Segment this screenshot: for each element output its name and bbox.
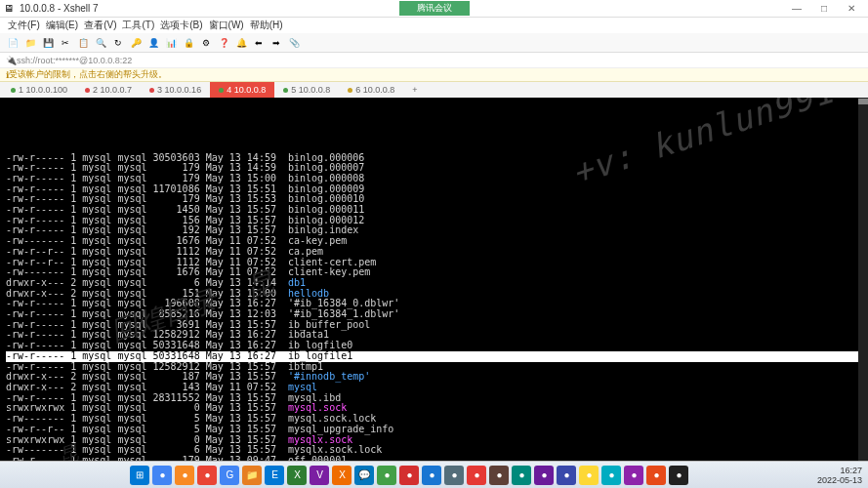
toolbar-button[interactable]: 📁 — [23, 36, 37, 50]
taskbar-app-icon[interactable]: ● — [152, 466, 172, 485]
taskbar-app-icon[interactable]: ● — [197, 466, 217, 485]
taskbar-app-icon[interactable]: ⊞ — [130, 466, 149, 485]
toolbar-button[interactable]: 📎 — [287, 36, 301, 50]
taskbar-app-icon[interactable]: X — [287, 466, 307, 485]
toolbar-button[interactable]: 🔑 — [129, 36, 143, 50]
app-icon: 🖥 — [4, 3, 16, 15]
status-dot-icon — [219, 88, 224, 93]
new-tab-button[interactable]: + — [403, 82, 426, 98]
window-controls: — □ ✕ — [784, 2, 864, 16]
status-dot-icon — [348, 88, 352, 93]
taskbar-app-icon[interactable]: V — [310, 466, 329, 485]
address-text: ssh://root:*******@10.0.0.8:22 — [17, 56, 132, 65]
taskbar-app-icon[interactable]: E — [265, 466, 284, 485]
close-button[interactable]: ✕ — [839, 2, 864, 16]
taskbar-app-icon[interactable]: ● — [399, 466, 419, 485]
taskbar-app-icon[interactable]: ● — [624, 466, 643, 485]
taskbar-clock[interactable]: 16:27 2022-05-13 — [817, 466, 862, 485]
taskbar-app-icon[interactable]: ● — [467, 466, 486, 485]
file-row[interactable]: -rw-r--r-- 1 mysql mysql 1112 May 11 07:… — [6, 247, 862, 258]
status-dot-icon — [11, 88, 16, 93]
windows-taskbar: ⊞●●●G📁EXVX💬●●●●●●●●●●●●●● 16:27 2022-05-… — [0, 461, 868, 488]
toolbar-button[interactable]: 📄 — [6, 36, 20, 50]
hint-bar[interactable]: ℹ 受该帐户的限制，点击右侧的帮头升级。 — [0, 68, 868, 82]
taskbar-app-icon[interactable]: ● — [557, 466, 576, 485]
session-tab[interactable]: 4 10.0.0.8 — [210, 82, 274, 98]
toolbar: 📄📁💾✂📋🔍↻🔑👤📊🔒⚙❓🔔⬅➡📎 — [0, 33, 868, 53]
toolbar-button[interactable]: ↻ — [111, 36, 125, 50]
menu-item[interactable]: 窗口(W) — [207, 19, 246, 32]
clock-time: 16:27 — [817, 466, 862, 475]
toolbar-button[interactable]: 🔒 — [182, 36, 195, 50]
meeting-badge[interactable]: 腾讯会议 — [399, 1, 470, 16]
toolbar-button[interactable]: 🔔 — [234, 36, 248, 50]
toolbar-button[interactable]: 📋 — [76, 36, 90, 50]
address-bar[interactable]: 🔌 ssh://root:*******@10.0.0.8:22 — [0, 53, 868, 68]
toolbar-button[interactable]: 📊 — [164, 36, 178, 50]
menu-item[interactable]: 工具(T) — [120, 19, 156, 32]
terminal[interactable]: +v: kunlun991 回煌日录 昆 昆 -rw-r----- 1 mysq… — [0, 98, 868, 474]
toolbar-button[interactable]: ⚙ — [199, 36, 213, 50]
menu-item[interactable]: 文件(F) — [6, 19, 42, 32]
hint-text: 受该帐户的限制，点击右侧的帮头升级。 — [9, 68, 167, 81]
menu-item[interactable]: 选项卡(B) — [158, 19, 204, 32]
address-icon: 🔌 — [6, 56, 17, 65]
toolbar-button[interactable]: ✂ — [59, 36, 72, 50]
toolbar-button[interactable]: 💾 — [41, 36, 55, 50]
title-bar: 🖥 10.0.0.8 - Xshell 7 腾讯会议 — □ ✕ — [0, 0, 868, 18]
taskbar-app-icon[interactable]: ● — [175, 466, 194, 485]
file-row[interactable]: -rw-r----- 1 mysql mysql 50331648 May 13… — [6, 351, 862, 362]
taskbar-app-icon[interactable]: ● — [422, 466, 441, 485]
status-dot-icon — [149, 88, 154, 93]
taskbar-app-icon[interactable]: ● — [512, 466, 531, 485]
taskbar-app-icon[interactable]: X — [332, 466, 351, 485]
toolbar-button[interactable]: ➡ — [269, 36, 283, 50]
menu-bar: 文件(F)编辑(E)查看(V)工具(T)选项卡(B)窗口(W)帮助(H) — [0, 18, 868, 33]
scroll-thumb[interactable] — [858, 99, 868, 104]
menu-item[interactable]: 查看(V) — [82, 19, 118, 32]
taskbar-app-icon[interactable]: ● — [669, 466, 688, 485]
taskbar-app-icon[interactable]: ● — [444, 466, 464, 485]
session-tab[interactable]: 6 10.0.0.8 — [339, 82, 403, 98]
status-dot-icon — [85, 88, 90, 93]
toolbar-button[interactable]: 🔍 — [94, 36, 107, 50]
clock-date: 2022-05-13 — [817, 475, 862, 485]
taskbar-app-icon[interactable]: 📁 — [242, 466, 262, 485]
session-tab[interactable]: 3 10.0.0.16 — [141, 82, 210, 98]
toolbar-button[interactable]: ⬅ — [252, 36, 266, 50]
taskbar-app-icon[interactable]: ● — [579, 466, 599, 485]
taskbar-app-icon[interactable]: G — [220, 466, 239, 485]
taskbar-app-icon[interactable]: ● — [377, 466, 396, 485]
maximize-button[interactable]: □ — [811, 2, 837, 16]
menu-item[interactable]: 编辑(E) — [44, 19, 80, 32]
terminal-scrollbar[interactable] — [858, 98, 868, 474]
taskbar-app-icon[interactable]: ● — [489, 466, 509, 485]
taskbar-app-icon[interactable]: ● — [646, 466, 666, 485]
taskbar-apps: ⊞●●●G📁EXVX💬●●●●●●●●●●●●●● — [6, 466, 813, 485]
session-tab[interactable]: 1 10.0.0.100 — [2, 82, 76, 98]
taskbar-app-icon[interactable]: ● — [534, 466, 554, 485]
status-dot-icon — [283, 88, 288, 93]
menu-item[interactable]: 帮助(H) — [248, 19, 285, 32]
taskbar-app-icon[interactable]: 💬 — [354, 466, 374, 485]
toolbar-button[interactable]: ❓ — [217, 36, 230, 50]
session-tabs: 1 10.0.0.1002 10.0.0.73 10.0.0.164 10.0.… — [0, 82, 868, 98]
session-tab[interactable]: 5 10.0.0.8 — [274, 82, 339, 98]
taskbar-app-icon[interactable]: ● — [601, 466, 621, 485]
file-row[interactable]: -rw-r--r-- 1 mysql mysql 5 May 13 15:57 … — [6, 425, 862, 435]
toolbar-button[interactable]: 👤 — [146, 36, 160, 50]
minimize-button[interactable]: — — [784, 2, 809, 16]
session-tab[interactable]: 2 10.0.0.7 — [76, 82, 141, 98]
